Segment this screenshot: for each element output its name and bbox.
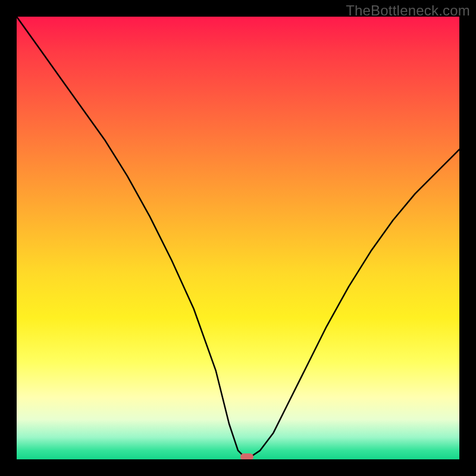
bottleneck-curve — [17, 17, 459, 459]
watermark-text: TheBottleneck.com — [346, 2, 470, 19]
plot-area — [17, 17, 459, 459]
minimum-marker — [240, 453, 253, 459]
chart-frame: TheBottleneck.com — [0, 0, 476, 476]
